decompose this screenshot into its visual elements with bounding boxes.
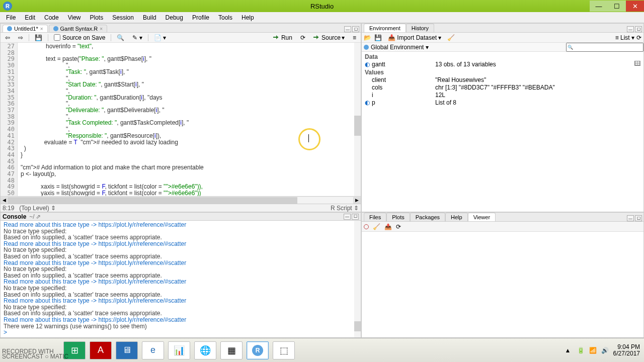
code-tools-button[interactable]: ✎ ▾	[130, 33, 144, 42]
menu-session[interactable]: Session	[108, 13, 138, 22]
editor-toolbar: ⇦ ⇨ 💾 Source on Save 🔍 ✎ ▾ 📄 ▾ Run ⟳ Sou…	[1, 33, 361, 43]
env-tab-history[interactable]: History	[406, 24, 434, 32]
env-search-input[interactable]	[566, 43, 643, 52]
taskbar-adobe-icon[interactable]: A	[90, 341, 112, 359]
menu-edit[interactable]: Edit	[21, 13, 39, 22]
console-body[interactable]: Read more about this trace type -> https…	[1, 221, 361, 337]
source-pane: Untitled1* ×Gantt Syntax.R × — ☐ ⇦ ⇨ 💾 S…	[0, 23, 361, 212]
pane-minimize-button[interactable]: —	[344, 214, 351, 220]
env-scope-selector[interactable]: Global Environment ▾	[371, 44, 429, 51]
viewer-tab-viewer[interactable]: Viewer	[468, 213, 496, 221]
tray-volume-icon[interactable]: 🔊	[601, 347, 608, 354]
menubar: FileEditCodeViewPlotsSessionBuildDebugPr…	[0, 12, 644, 23]
viewer-tab-files[interactable]: Files	[364, 213, 386, 221]
viewer-tab-help[interactable]: Help	[445, 213, 468, 221]
tray-network-icon[interactable]: 📶	[589, 347, 596, 354]
clear-workspace-button[interactable]: 🧹	[447, 34, 455, 41]
pane-maximize-button[interactable]: ☐	[635, 26, 642, 32]
hscroll-left-button[interactable]: ◀	[1, 197, 8, 204]
load-workspace-button[interactable]: 📂	[364, 34, 371, 41]
hscroll-right-button[interactable]: ▶	[353, 197, 361, 204]
env-row[interactable]: ◐gantt13 obs. of 13 variables	[363, 61, 642, 68]
find-button[interactable]: 🔍	[114, 33, 127, 42]
viewer-toolbar: 🧹 📤 ⟳	[362, 222, 643, 232]
compile-report-button[interactable]: 📄 ▾	[151, 33, 169, 42]
pane-maximize-button[interactable]: ☐	[352, 214, 359, 220]
console-vscrollbar[interactable]	[354, 221, 361, 337]
window-minimize-button[interactable]: —	[590, 1, 608, 12]
taskbar-app-5[interactable]: 📊	[168, 341, 190, 359]
menu-profile[interactable]: Profile	[188, 13, 213, 22]
menu-debug[interactable]: Debug	[162, 13, 187, 22]
menu-help[interactable]: Help	[237, 13, 258, 22]
env-row[interactable]: colschr [1:3] "#8DD3C7" "#FFFFB3" "#BEBA…	[363, 84, 642, 92]
env-scope-row: Global Environment ▾ 🔍	[362, 43, 643, 52]
refresh-button[interactable]: ⟳	[636, 34, 641, 41]
outline-button[interactable]: ≡	[350, 33, 359, 42]
grid-icon[interactable]	[634, 61, 640, 66]
editor-vscrollbar[interactable]	[354, 43, 361, 196]
scope-indicator[interactable]: (Top Level) ⇕	[19, 205, 56, 212]
nav-forward-button[interactable]: ⇨	[16, 33, 26, 42]
stop-icon[interactable]	[364, 224, 369, 229]
export-viewer-button[interactable]: 📤	[384, 223, 392, 230]
console-pane: Console ~/ ⇗ — ☐ Read more about this tr…	[0, 212, 361, 338]
viewer-tabstrip: FilesPlotsPackagesHelpViewer — ☐	[362, 213, 643, 222]
taskbar-ie-icon[interactable]: e	[142, 341, 164, 359]
pane-maximize-button[interactable]: ☐	[635, 215, 642, 221]
taskbar-app-3[interactable]: 🖥	[116, 341, 138, 359]
tray-up-icon[interactable]: ▲	[565, 347, 572, 354]
console-path-popout[interactable]: ⇗	[36, 213, 41, 220]
menu-file[interactable]: File	[2, 13, 20, 22]
env-tab-environment[interactable]: Environment	[364, 24, 406, 32]
close-icon[interactable]: ×	[100, 26, 103, 32]
clear-viewer-button[interactable]: 🧹	[373, 223, 380, 230]
tray-clock[interactable]: 9:04 PM 6/27/2017	[613, 344, 640, 357]
pane-minimize-button[interactable]: —	[627, 26, 634, 32]
viewer-pane: FilesPlotsPackagesHelpViewer — ☐ 🧹 📤 ⟳	[361, 212, 644, 338]
nav-back-button[interactable]: ⇦	[3, 33, 13, 42]
system-tray: ▲ 🔋 📶 🔊 9:04 PM 6/27/2017	[565, 344, 640, 357]
menu-view[interactable]: View	[64, 13, 85, 22]
code-body[interactable]: hoverinfo = "text", text = paste("Phase:…	[18, 43, 361, 196]
menu-code[interactable]: Code	[40, 13, 63, 22]
viewer-tab-plots[interactable]: Plots	[386, 213, 410, 221]
save-workspace-button[interactable]: 💾	[374, 34, 382, 41]
editor-hscrollbar[interactable]: ◀ ▶	[1, 196, 361, 204]
taskbar-app-9[interactable]: ⬚	[273, 341, 295, 359]
window-close-button[interactable]: ✕	[626, 1, 644, 12]
import-dataset-button[interactable]: 📥 Import Dataset ▾	[388, 34, 441, 41]
env-row[interactable]: ◐pList of 8	[363, 99, 642, 107]
pane-minimize-button[interactable]: —	[344, 26, 351, 32]
menu-plots[interactable]: Plots	[86, 13, 108, 22]
view-mode-toggle[interactable]: ≡ List ▾	[615, 34, 634, 41]
env-row[interactable]: i12L	[363, 92, 642, 99]
file-type-indicator[interactable]: R Script ⇕	[331, 205, 359, 212]
source-button[interactable]: Source ▾	[311, 33, 347, 42]
save-button[interactable]: 💾	[32, 33, 45, 42]
editor-tab[interactable]: Untitled1* ×	[3, 25, 48, 32]
pane-maximize-button[interactable]: ☐	[352, 26, 359, 32]
pane-minimize-button[interactable]: —	[627, 215, 634, 221]
refresh-viewer-button[interactable]: ⟳	[396, 223, 401, 230]
taskbar-chrome-icon[interactable]: 🌐	[194, 341, 216, 359]
editor-tab[interactable]: Gantt Syntax.R ×	[49, 25, 107, 32]
window-maximize-button[interactable]: ☐	[608, 1, 626, 12]
menu-build[interactable]: Build	[139, 13, 160, 22]
menu-tools[interactable]: Tools	[214, 13, 236, 22]
source-arrow-icon	[313, 35, 320, 40]
editor-tabstrip: Untitled1* ×Gantt Syntax.R × — ☐	[1, 24, 361, 33]
env-row[interactable]: client"Real Housewives"	[363, 76, 642, 84]
code-editor[interactable]: 27 28 29 30 31 32 33 34 35 36 37 38 39 4…	[1, 43, 361, 196]
viewer-tab-packages[interactable]: Packages	[410, 213, 445, 221]
env-search-wrap: 🔍	[566, 44, 643, 51]
editor-statusbar: 8:19 (Top Level) ⇕ R Script ⇕	[1, 204, 361, 212]
env-toolbar: 📂 💾 📥 Import Dataset ▾ 🧹 ≡ List ▾ ⟳	[362, 33, 643, 43]
rerun-button[interactable]: ⟳	[298, 33, 308, 42]
taskbar-rstudio-icon[interactable]: R	[247, 341, 269, 359]
taskbar-app-7[interactable]: ▦	[220, 341, 243, 359]
run-button[interactable]: Run	[271, 33, 295, 42]
close-icon[interactable]: ×	[40, 26, 43, 32]
tray-battery-icon[interactable]: 🔋	[577, 347, 584, 354]
source-on-save-checkbox[interactable]: Source on Save	[51, 33, 108, 42]
